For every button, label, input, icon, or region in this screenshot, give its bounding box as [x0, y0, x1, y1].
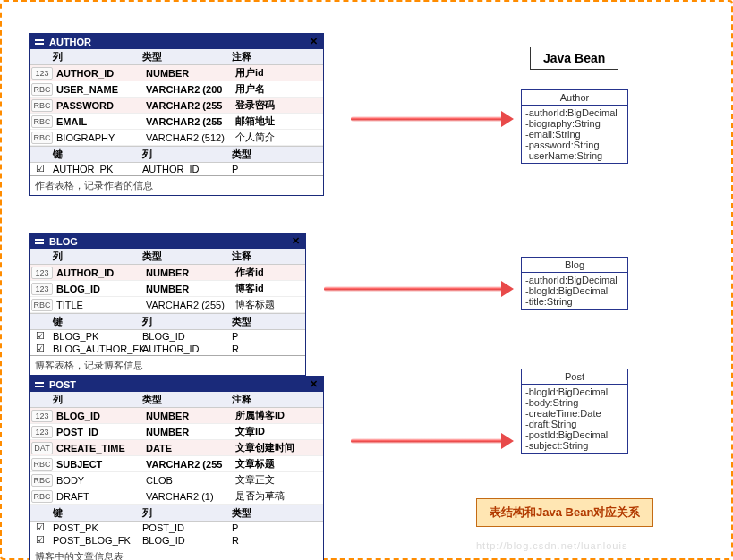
column-type: VARCHAR2 (255) — [144, 299, 234, 311]
column-name: BLOG_ID — [55, 410, 144, 422]
column-type-icon: RBC — [31, 115, 53, 128]
column-type-icon: 123 — [31, 283, 53, 295]
column-type: VARCHAR2 (1) — [144, 490, 234, 503]
bean-body: -blogId:BigDecimal-body:String-createTim… — [522, 385, 627, 453]
column-type: NUMBER — [144, 283, 234, 295]
column-note: 登录密码 — [234, 98, 323, 113]
db-table-author: AUTHOR✕列类型注释123AUTHOR_IDNUMBER用户idRBCUSE… — [29, 33, 324, 196]
table-row: 123BLOG_IDNUMBER所属博客ID — [30, 408, 323, 424]
table-header: 列类型注释 — [30, 49, 323, 65]
key-column: BLOG_ID — [141, 330, 230, 343]
column-type: VARCHAR2 (255 — [144, 99, 234, 112]
bean-body: -authorId:BigDecimal-biography:String-em… — [522, 106, 627, 163]
column-name: BODY — [55, 474, 144, 487]
table-row: 123POST_IDNUMBER文章ID — [30, 424, 323, 440]
table-row: RBCBIOGRAPHYVARCHAR2 (512)个人简介 — [30, 130, 323, 146]
key-row: ☑POST_BLOG_FKBLOG_IDR — [30, 534, 323, 547]
key-column: AUTHOR_ID — [141, 163, 230, 175]
table-title-bar: POST✕ — [30, 377, 323, 392]
column-note: 博客id — [234, 281, 305, 296]
column-type: NUMBER — [144, 67, 234, 80]
column-type-icon: 123 — [31, 426, 53, 438]
table-row: 123BLOG_IDNUMBER博客id — [30, 281, 305, 297]
column-type: VARCHAR2 (255 — [144, 458, 234, 471]
column-type-icon: 123 — [31, 410, 53, 422]
key-column: AUTHOR_ID — [141, 343, 230, 355]
bean-title: Author — [522, 90, 627, 106]
close-icon: ✕ — [310, 36, 318, 47]
diagram-caption: 表结构和Java Bean对应关系 — [476, 498, 653, 527]
bean-field: -subject:String — [525, 440, 624, 451]
column-name: EMAIL — [55, 115, 144, 128]
bean-box-author: Author-authorId:BigDecimal-biography:Str… — [521, 89, 628, 164]
column-note: 作者id — [234, 265, 305, 280]
bean-body: -authorId:BigDecimal-blogId:BigDecimal-t… — [522, 273, 627, 309]
key-row: ☑POST_PKPOST_IDP — [30, 522, 323, 534]
column-note: 博客标题 — [234, 297, 305, 312]
table-title: AUTHOR — [49, 37, 91, 47]
column-type: NUMBER — [144, 410, 234, 422]
bean-box-post: Post-blogId:BigDecimal-body:String-creat… — [521, 369, 628, 454]
table-title-bar: BLOG✕ — [30, 233, 305, 249]
key-name: POST_PK — [51, 522, 141, 534]
key-column: POST_ID — [141, 522, 230, 534]
column-type: VARCHAR2 (512) — [144, 132, 234, 144]
column-type-icon: RBC — [31, 99, 53, 112]
check-icon: ☑ — [30, 163, 51, 175]
key-type: R — [230, 343, 305, 355]
table-icon — [35, 239, 44, 244]
column-note: 所属博客ID — [234, 408, 323, 423]
bean-title: Post — [522, 369, 627, 385]
bean-field: -biography:String — [525, 118, 624, 129]
bean-field: -postId:BigDecimal — [525, 429, 624, 440]
table-description: 作者表格，记录作者的信息 — [30, 175, 323, 195]
column-note: 是否为草稿 — [234, 488, 323, 504]
table-icon — [35, 39, 44, 45]
db-table-blog: BLOG✕列类型注释123AUTHOR_IDNUMBER作者id123BLOG_… — [29, 233, 306, 376]
table-row: RBCBODYCLOB文章正文 — [30, 472, 323, 488]
check-icon: ☑ — [30, 522, 51, 534]
key-type: P — [230, 522, 323, 534]
column-note: 个人简介 — [234, 130, 323, 145]
table-row: RBCTITLEVARCHAR2 (255)博客标题 — [30, 297, 305, 313]
bean-field: -title:String — [525, 296, 624, 307]
key-column: BLOG_ID — [141, 534, 230, 547]
column-name: TITLE — [55, 299, 144, 311]
bean-field: -authorId:BigDecimal — [525, 107, 624, 118]
column-type-icon: RBC — [31, 490, 53, 503]
column-name: DRAFT — [55, 490, 144, 503]
check-icon: ☑ — [30, 343, 51, 355]
bean-field: -createTime:Date — [525, 408, 624, 419]
column-type: VARCHAR2 (255 — [144, 115, 234, 128]
table-row: RBCUSER_NAMEVARCHAR2 (200用户名 — [30, 81, 323, 98]
watermark-text: http://blog.csdn.net/luanlouis — [476, 540, 627, 551]
table-description: 博客表格，记录博客信息 — [30, 355, 305, 375]
column-type: CLOB — [144, 474, 234, 487]
key-name: BLOG_AUTHOR_FK — [51, 343, 141, 355]
column-note: 文章ID — [234, 424, 323, 439]
java-bean-heading: Java Bean — [530, 47, 618, 70]
table-row: 123AUTHOR_IDNUMBER作者id — [30, 265, 305, 281]
key-name: BLOG_PK — [51, 330, 141, 343]
arrow-icon — [324, 286, 503, 292]
column-name: USER_NAME — [55, 83, 144, 96]
table-header: 列类型注释 — [30, 392, 323, 408]
column-type-icon: RBC — [31, 132, 53, 144]
bean-field: -blogId:BigDecimal — [525, 386, 624, 397]
table-icon — [35, 382, 44, 387]
key-name: AUTHOR_PK — [51, 163, 141, 175]
bean-field: -userName:String — [525, 150, 624, 161]
column-name: AUTHOR_ID — [55, 267, 144, 279]
bean-field: -password:String — [525, 140, 624, 150]
table-row: RBCSUBJECTVARCHAR2 (255文章标题 — [30, 456, 323, 472]
column-type-icon: 123 — [31, 67, 53, 80]
keys-header: 键列类型 — [30, 505, 323, 522]
column-name: SUBJECT — [55, 458, 144, 471]
key-row: ☑BLOG_AUTHOR_FKAUTHOR_IDR — [30, 343, 305, 355]
column-name: BLOG_ID — [55, 283, 144, 295]
column-type-icon: 123 — [31, 267, 53, 279]
column-note: 用户名 — [234, 81, 323, 97]
column-type-icon: RBC — [31, 299, 53, 311]
column-note: 邮箱地址 — [234, 114, 323, 129]
bean-title: Blog — [522, 258, 627, 273]
